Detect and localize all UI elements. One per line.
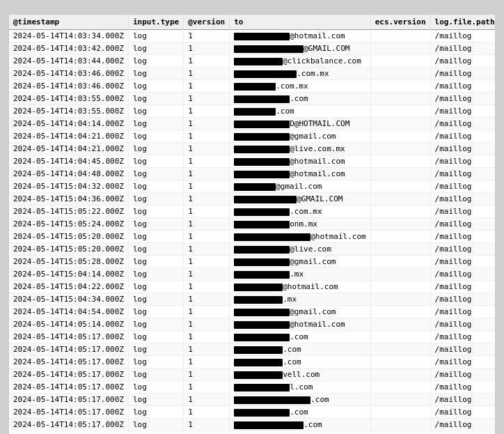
cell-to: @hotmail.com — [230, 30, 370, 42]
cell-version: 1 — [184, 406, 230, 419]
cell-version: 1 — [184, 419, 230, 431]
cell-to: @gmail.com — [230, 256, 370, 268]
cell-log-file-path: /maillog — [430, 218, 496, 231]
cell-version: 1 — [184, 118, 230, 130]
col-ecs-version: ecs.version — [370, 15, 430, 30]
cell-timestamp: 2024-05-14T14:05:17.000Z — [9, 431, 128, 435]
cell-timestamp: 2024-05-14T14:05:17.000Z — [9, 419, 128, 431]
cell-to: onm.mx — [230, 218, 370, 231]
cell-input-type: log — [128, 42, 183, 55]
cell-log-file-path: /maillog — [430, 231, 496, 243]
table-row: 2024-05-14T14:05:17.000Zlog1l.com/maillo… — [9, 381, 496, 394]
cell-ecs-version — [370, 168, 430, 180]
cell-log-file-path: /maillog — [430, 180, 496, 193]
cell-timestamp: 2024-05-14T14:04:54.000Z — [9, 306, 128, 318]
cell-version: 1 — [184, 42, 230, 55]
cell-input-type: log — [128, 218, 183, 231]
cell-input-type: log — [128, 369, 183, 381]
cell-input-type: log — [128, 268, 183, 281]
cell-input-type: log — [128, 143, 183, 155]
table-row: 2024-05-14T15:05:28.000Zlog1@gmail.com/m… — [9, 256, 496, 268]
cell-version: 1 — [184, 193, 230, 206]
cell-version: 1 — [184, 369, 230, 381]
table-row: 2024-05-14T14:03:55.000Zlog1.com/maillog — [9, 105, 496, 118]
table-row: 2024-05-14T14:03:46.000Zlog1.com.mx/mail… — [9, 80, 496, 93]
cell-version: 1 — [184, 231, 230, 243]
cell-timestamp: 2024-05-14T15:05:20.000Z — [9, 231, 128, 243]
cell-version: 1 — [184, 281, 230, 293]
cell-timestamp: 2024-05-14T14:03:44.000Z — [9, 55, 128, 68]
cell-log-file-path: /maillog — [430, 155, 496, 168]
cell-log-file-path: /maillog — [430, 243, 496, 256]
cell-ecs-version — [370, 256, 430, 268]
cell-log-file-path: /maillog — [430, 206, 496, 218]
cell-to: vell.com — [230, 369, 370, 381]
cell-ecs-version — [370, 180, 430, 193]
table-row: 2024-05-14T14:05:17.000Zlog1.com/maillog — [9, 419, 496, 431]
cell-log-file-path: /maillog — [430, 268, 496, 281]
cell-timestamp: 2024-05-14T14:04:48.000Z — [9, 168, 128, 180]
cell-ecs-version — [370, 331, 430, 343]
cell-timestamp: 2024-05-14T14:03:55.000Z — [9, 93, 128, 105]
cell-to: @hotmail.com — [230, 318, 370, 331]
cell-to: .com — [230, 343, 370, 356]
cell-version: 1 — [184, 356, 230, 369]
cell-timestamp: 2024-05-14T15:05:28.000Z — [9, 256, 128, 268]
table-row: 2024-05-14T14:05:17.000Zlog1.com/maillog — [9, 394, 496, 406]
table-row: 2024-05-14T14:05:14.000Zlog1@hotmail.com… — [9, 318, 496, 331]
cell-ecs-version — [370, 406, 430, 419]
cell-version: 1 — [184, 105, 230, 118]
cell-to: @GMAIL.COM — [230, 193, 370, 206]
cell-input-type: log — [128, 155, 183, 168]
col-timestamp: @timestamp — [9, 15, 128, 30]
table-row: 2024-05-14T15:05:24.000Zlog1onm.mx/maill… — [9, 218, 496, 231]
cell-to: .com — [230, 394, 370, 406]
cell-input-type: log — [128, 243, 183, 256]
cell-input-type: log — [128, 406, 183, 419]
cell-ecs-version — [370, 356, 430, 369]
table-row: 2024-05-14T15:04:32.000Zlog1@gmail.com/m… — [9, 180, 496, 193]
cell-ecs-version — [370, 193, 430, 206]
col-to: to — [230, 15, 370, 30]
cell-input-type: log — [128, 80, 183, 93]
cell-version: 1 — [184, 394, 230, 406]
cell-to: @hotmail.com — [230, 281, 370, 293]
cell-ecs-version — [370, 206, 430, 218]
cell-input-type: log — [128, 55, 183, 68]
cell-to: D@HOTMAIL.COM — [230, 118, 370, 130]
cell-input-type: log — [128, 419, 183, 431]
cell-timestamp: 2024-05-14T14:05:17.000Z — [9, 356, 128, 369]
cell-log-file-path: /maillog — [430, 331, 496, 343]
cell-to: @live.com.mx — [230, 143, 370, 155]
cell-timestamp: 2024-05-14T14:03:46.000Z — [9, 68, 128, 80]
cell-input-type: log — [128, 180, 183, 193]
cell-input-type: log — [128, 168, 183, 180]
table-row: 2024-05-14T15:05:22.000Zlog1.com.mx/mail… — [9, 206, 496, 218]
cell-ecs-version — [370, 143, 430, 155]
cell-input-type: log — [128, 431, 183, 435]
cell-version: 1 — [184, 143, 230, 155]
cell-timestamp: 2024-05-14T14:03:55.000Z — [9, 105, 128, 118]
cell-timestamp: 2024-05-14T14:04:45.000Z — [9, 155, 128, 168]
cell-to: @live.com — [230, 243, 370, 256]
cell-input-type: log — [128, 231, 183, 243]
cell-input-type: log — [128, 30, 183, 42]
cell-version: 1 — [184, 431, 230, 435]
table-row: 2024-05-14T14:03:55.000Zlog1.com/maillog — [9, 93, 496, 105]
cell-version: 1 — [184, 268, 230, 281]
cell-to: .com.mx — [230, 206, 370, 218]
data-table: @timestamp input.type @version to ecs.ve… — [8, 14, 496, 434]
cell-version: 1 — [184, 318, 230, 331]
cell-ecs-version — [370, 394, 430, 406]
cell-input-type: log — [128, 306, 183, 318]
cell-input-type: log — [128, 318, 183, 331]
cell-input-type: log — [128, 331, 183, 343]
table-row: 2024-05-14T14:05:17.000Zlog1vell.com/mai… — [9, 369, 496, 381]
cell-to: .com.mx — [230, 68, 370, 80]
cell-log-file-path: /maillog — [430, 93, 496, 105]
cell-timestamp: 2024-05-14T14:05:17.000Z — [9, 343, 128, 356]
table-row: 2024-05-14T14:05:17.000Zlog1.com/maillog — [9, 356, 496, 369]
cell-timestamp: 2024-05-14T15:05:20.000Z — [9, 243, 128, 256]
cell-to: .com — [230, 406, 370, 419]
cell-version: 1 — [184, 68, 230, 80]
